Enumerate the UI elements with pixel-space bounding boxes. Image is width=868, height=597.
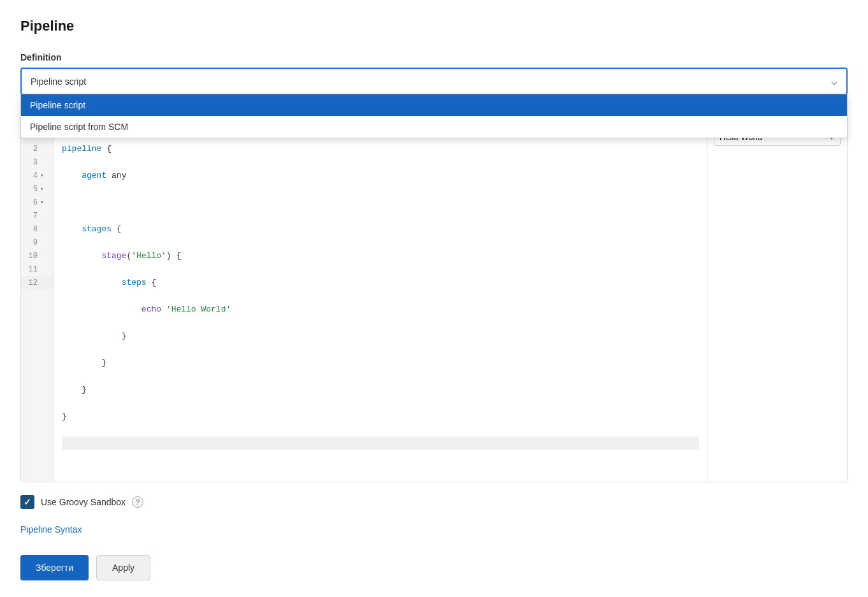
line-numbers: 1▾ 2 3 4▾ 5▾ 6▾ 7	[21, 124, 54, 482]
button-row: Зберегти Apply	[20, 555, 848, 580]
checkmark-icon: ✓	[24, 498, 31, 507]
script-section: Script : 1▾ 2 3 4▾ 5▾	[20, 105, 848, 482]
code-editor[interactable]: 1▾ 2 3 4▾ 5▾ 6▾ 7	[20, 123, 848, 482]
line-num-7: 7	[21, 209, 54, 222]
groovy-sandbox-label: Use Groovy Sandbox	[41, 497, 126, 507]
definition-section: Definition Pipeline script ⌵ Pipeline sc…	[20, 52, 848, 95]
help-icon[interactable]: ?	[132, 496, 143, 508]
line-num-4: 4▾	[21, 169, 54, 182]
definition-select-wrapper[interactable]: Pipeline script ⌵ Pipeline script Pipeli…	[20, 68, 848, 95]
pipeline-syntax-link[interactable]: Pipeline Syntax	[20, 524, 82, 535]
definition-select-display[interactable]: Pipeline script ⌵	[22, 69, 846, 94]
line-num-12: 12	[21, 276, 54, 289]
selected-option-label: Pipeline script	[31, 76, 86, 87]
chevron-down-icon: ⌵	[831, 75, 837, 87]
page-title: Pipeline	[20, 18, 848, 34]
groovy-sandbox-row: ✓ Use Groovy Sandbox ?	[20, 495, 848, 509]
line-num-5: 5▾	[21, 182, 54, 196]
line-num-8: 8	[21, 222, 54, 236]
definition-dropdown: Pipeline script Pipeline script from SCM	[20, 94, 848, 138]
line-num-11: 11	[21, 263, 54, 276]
dropdown-option-pipeline-script[interactable]: Pipeline script	[21, 94, 847, 116]
groovy-sandbox-checkbox[interactable]: ✓	[20, 495, 34, 509]
line-num-3: 3	[21, 155, 54, 169]
line-num-10: 10	[21, 249, 54, 263]
line-num-9: 9	[21, 236, 54, 249]
dropdown-option-pipeline-script-scm[interactable]: Pipeline script from SCM	[21, 116, 847, 138]
definition-label: Definition	[20, 52, 848, 62]
code-content[interactable]: pipeline { agent any stages { stage('Hel…	[54, 124, 707, 482]
line-num-6: 6▾	[21, 196, 54, 209]
line-num-2: 2	[21, 142, 54, 155]
apply-button[interactable]: Apply	[96, 555, 150, 580]
pipeline-syntax-section: Pipeline Syntax	[20, 524, 848, 535]
right-panel: Hello World	[707, 124, 847, 482]
save-button[interactable]: Зберегти	[20, 555, 89, 580]
